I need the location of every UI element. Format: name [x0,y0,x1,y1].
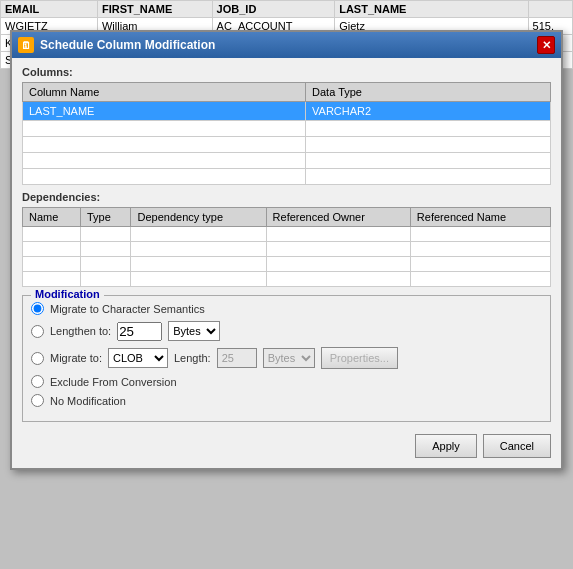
dep-header-name: Name [23,208,81,227]
dialog-icon: 🗓 [18,37,34,53]
col-header-name: Column Name [23,83,306,102]
radio-nomod-row: No Modification [31,394,542,407]
column-name-cell: LAST_NAME [23,102,306,121]
radio-exclude-label: Exclude From Conversion [50,376,177,388]
dependencies-label: Dependencies: [22,191,551,203]
dep-row-empty [23,257,551,272]
columns-label: Columns: [22,66,551,78]
dialog-content: Columns: Column Name Data Type LAST_NAME… [12,58,561,468]
radio-lengthen[interactable] [31,325,44,338]
radio-migrate-to-row: Migrate to: CLOB NCLOB Length: Bytes Cha… [31,347,542,369]
bottom-buttons: Apply Cancel [22,430,551,458]
columns-row-empty [23,137,551,153]
modification-section: Modification Migrate to Character Semant… [22,295,551,422]
col-firstname: FIRST_NAME [97,1,212,18]
radio-nomod[interactable] [31,394,44,407]
col-header-type: Data Type [306,83,551,102]
dep-header-refowner: Referenced Owner [266,208,410,227]
columns-table: Column Name Data Type LAST_NAME VARCHAR2 [22,82,551,185]
dependencies-table: Name Type Dependency type Referenced Own… [22,207,551,287]
close-button[interactable]: ✕ [537,36,555,54]
apply-button[interactable]: Apply [415,434,477,458]
dep-row-empty [23,227,551,242]
length-label: Length: [174,352,211,364]
dialog-title: Schedule Column Modification [40,38,215,52]
radio-exclude[interactable] [31,375,44,388]
radio-migrate-char[interactable] [31,302,44,315]
dep-header-type: Type [81,208,131,227]
migrate-to-select[interactable]: CLOB NCLOB [108,348,168,368]
radio-lengthen-row: Lengthen to: Bytes Chars [31,321,542,341]
properties-button[interactable]: Properties... [321,347,398,369]
column-type-cell: VARCHAR2 [306,102,551,121]
columns-row-selected[interactable]: LAST_NAME VARCHAR2 [23,102,551,121]
radio-exclude-row: Exclude From Conversion [31,375,542,388]
dep-header-refname: Referenced Name [410,208,550,227]
length-value-input[interactable] [217,348,257,368]
radio-migrate-to-label: Migrate to: [50,352,102,364]
modification-legend: Modification [31,288,104,300]
lengthen-value-input[interactable] [117,322,162,341]
dep-row-empty [23,242,551,257]
columns-row-empty [23,153,551,169]
radio-migrate-to[interactable] [31,352,44,365]
col-email: EMAIL [1,1,98,18]
schedule-column-modification-dialog: 🗓 Schedule Column Modification ✕ Columns… [10,30,563,470]
col-jobid: JOB_ID [212,1,335,18]
lengthen-unit-select[interactable]: Bytes Chars [168,321,220,341]
radio-nomod-label: No Modification [50,395,126,407]
columns-row-empty [23,169,551,185]
dialog-title-bar: 🗓 Schedule Column Modification ✕ [12,32,561,58]
radio-lengthen-label: Lengthen to: [50,325,111,337]
columns-row-empty [23,121,551,137]
col-extra [528,1,572,18]
dep-row-empty [23,272,551,287]
col-lastname: LAST_NAME [335,1,528,18]
radio-migrate-char-label: Migrate to Character Semantics [50,303,205,315]
length-unit-select[interactable]: Bytes Chars [263,348,315,368]
cancel-button[interactable]: Cancel [483,434,551,458]
radio-migrate-char-row: Migrate to Character Semantics [31,302,542,315]
dep-header-deptype: Dependency type [131,208,266,227]
